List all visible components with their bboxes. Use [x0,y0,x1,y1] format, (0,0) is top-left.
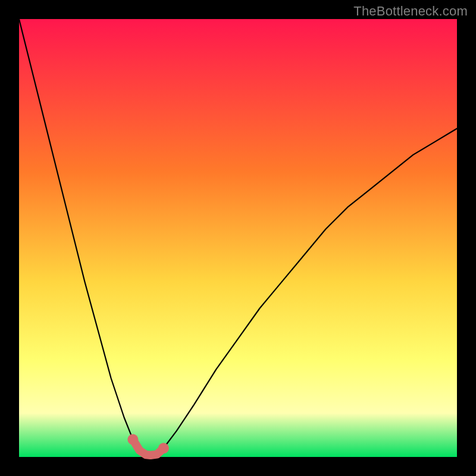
chart-svg [0,0,476,476]
plot-background [19,19,457,457]
highlight-endpoint-right [158,443,169,453]
chart-frame: { "watermark": "TheBottleneck.com", "col… [0,0,476,476]
watermark-text: TheBottleneck.com [353,4,468,19]
highlight-endpoint-left [127,434,138,445]
